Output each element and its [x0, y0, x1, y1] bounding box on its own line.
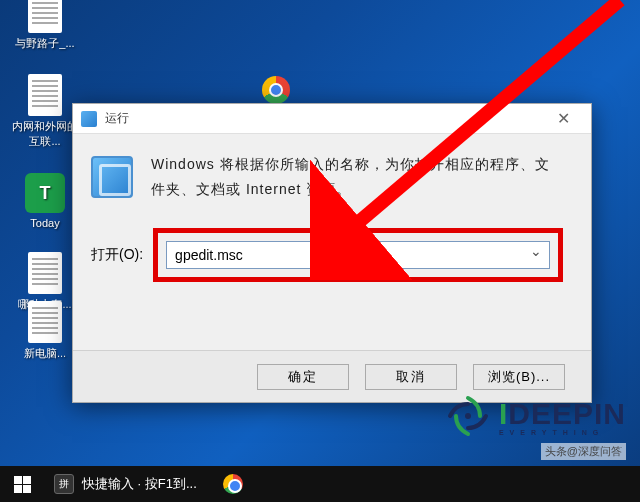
- taskbar-quick-input[interactable]: 拼 快捷输入 · 按F1到...: [44, 466, 207, 502]
- chrome-icon: [262, 76, 290, 104]
- run-dialog-body: Windows 将根据你所输入的名称，为你打开相应的程序、文件夹、文档或 Int…: [73, 134, 591, 212]
- windows-logo-icon: [14, 476, 31, 493]
- desktop-icon-label: 内网和外网的互联...: [10, 119, 80, 149]
- ok-button[interactable]: 确定: [257, 364, 349, 390]
- today-app-icon: T: [25, 171, 65, 215]
- input-highlight-box: [153, 228, 563, 282]
- chrome-shortcut[interactable]: [256, 76, 284, 104]
- desktop-icons-column: 与野路子_... 内网和外网的互联... T Today 哪种内存... 新电脑…: [10, 0, 80, 361]
- desktop-icon[interactable]: T Today: [10, 171, 80, 229]
- desktop-icon-label: 新电脑...: [24, 346, 66, 361]
- taskbar-quick-input-label: 快捷输入 · 按F1到...: [82, 475, 197, 493]
- desktop: 与野路子_... 内网和外网的互联... T Today 哪种内存... 新电脑…: [0, 0, 640, 502]
- chrome-icon: [223, 474, 243, 494]
- run-open-row: 打开(O):: [73, 220, 591, 290]
- open-input[interactable]: [166, 241, 550, 269]
- taskbar: 拼 快捷输入 · 按F1到...: [0, 466, 640, 502]
- run-dialog-description: Windows 将根据你所输入的名称，为你打开相应的程序、文件夹、文档或 Int…: [151, 152, 563, 202]
- text-file-icon: [25, 73, 65, 117]
- ime-icon: 拼: [54, 474, 74, 494]
- cancel-button[interactable]: 取消: [365, 364, 457, 390]
- run-dialog-titlebar[interactable]: 运行 ✕: [73, 104, 591, 134]
- desktop-icon[interactable]: 内网和外网的互联...: [10, 73, 80, 149]
- open-label: 打开(O):: [91, 246, 143, 264]
- text-file-icon: [25, 300, 65, 344]
- run-dialog-title: 运行: [105, 110, 129, 127]
- text-file-icon: [25, 251, 65, 295]
- desktop-icon[interactable]: 与野路子_...: [10, 0, 80, 51]
- watermark-credit: 头条@深度问答: [541, 443, 626, 460]
- run-title-icon: [81, 111, 97, 127]
- start-button[interactable]: [0, 466, 44, 502]
- taskbar-chrome[interactable]: [207, 466, 253, 502]
- desktop-icon-label: 与野路子_...: [15, 36, 74, 51]
- desktop-icon-label: Today: [30, 217, 59, 229]
- run-dialog: 运行 ✕ Windows 将根据你所输入的名称，为你打开相应的程序、文件夹、文档…: [72, 103, 592, 403]
- close-button[interactable]: ✕: [543, 108, 583, 130]
- watermark-swirl-icon: [443, 391, 493, 441]
- svg-point-1: [465, 413, 471, 419]
- watermark-brand: IDEEPIN EVERYTHING: [499, 397, 626, 436]
- browse-button[interactable]: 浏览(B)...: [473, 364, 565, 390]
- text-file-icon: [25, 0, 65, 34]
- run-icon: [91, 156, 133, 198]
- desktop-icon[interactable]: 新电脑...: [10, 300, 80, 361]
- watermark: IDEEPIN EVERYTHING 头条@深度问答: [443, 391, 626, 460]
